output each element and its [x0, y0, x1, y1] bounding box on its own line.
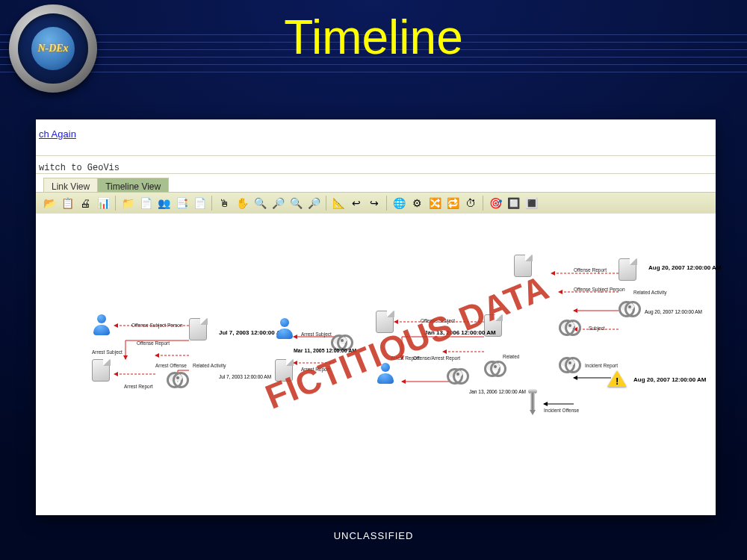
cuffs-icon[interactable] [559, 355, 581, 372]
timestamp: Aug 20, 2007 12:00:00 AM [648, 264, 722, 271]
label-offense-report: Offense Report [574, 267, 607, 273]
cuffs-icon[interactable] [167, 370, 189, 387]
page-icon[interactable]: 📄 [192, 196, 207, 211]
cuffs-icon[interactable] [447, 367, 469, 383]
label-offense-report: Offense Report [137, 340, 170, 346]
grid-icon[interactable]: 🔳 [524, 196, 539, 211]
pin-icon[interactable] [525, 389, 540, 414]
users-icon[interactable]: 👥 [156, 196, 171, 211]
pan-icon[interactable]: ✋ [235, 196, 249, 211]
person-icon[interactable] [275, 318, 294, 340]
doc-icon[interactable] [619, 258, 636, 281]
copy-icon[interactable]: 📑 [174, 196, 189, 211]
relayout-icon[interactable]: 🔀 [427, 196, 442, 211]
doc-icon[interactable] [376, 311, 394, 333]
label-offense-subject: Offense Subject [421, 318, 455, 323]
zoom-out-icon[interactable]: 🔎 [270, 196, 285, 211]
doc-icon[interactable] [92, 359, 110, 382]
timeline-canvas[interactable]: Offense Subject Person Arrest Subject Ar… [36, 214, 716, 515]
doc-icon[interactable] [514, 255, 532, 277]
timer-icon[interactable]: ⏱ [463, 196, 478, 211]
label-arrest-subject: Arrest Subject [92, 349, 123, 355]
zoom-area-icon[interactable]: 🔎 [306, 196, 321, 211]
watermark: FICTITIOUS DATA [260, 267, 555, 417]
timestamp: Jan 13, 2006 12:00:00 AM [424, 329, 496, 336]
label-arrest-offense: Arrest Offense [155, 363, 187, 368]
label-related-activity: Related Activity [193, 363, 226, 368]
slide-title: Timeline [0, 13, 747, 61]
person-icon[interactable] [92, 314, 111, 337]
timestamp: Jan 13, 2006 12:00:00 AM [469, 389, 526, 394]
label-offense-arrest: Offense/Arrest Report [413, 355, 460, 361]
doc-icon[interactable] [189, 318, 207, 340]
layout-icon[interactable]: 📐 [331, 196, 346, 211]
classification-footer: UNCLASSIFIED [0, 530, 747, 541]
app-panel: ch Again witch to GeoVis Link View Timel… [36, 119, 716, 515]
select-icon[interactable]: 🔲 [506, 196, 521, 211]
zoom-in-icon[interactable]: 🔍 [252, 196, 267, 211]
person-icon[interactable] [376, 363, 395, 385]
timestamp: Mar 11, 2005 12:00:00 AM [294, 348, 356, 353]
print-icon[interactable]: 🖨 [78, 196, 93, 211]
warning-icon[interactable]: ! [607, 370, 627, 388]
toolbar: 📂 📋 🖨 📊 📁 📄 👥 📑 📄 🖱 ✋ 🔍 🔎 🔍 🔎 📐 ↩ ↪ 🌐 ⚙ … [36, 192, 716, 214]
label-arrest-report: Arrest Report [124, 384, 153, 389]
gear-icon[interactable]: ⚙ [409, 196, 424, 211]
pointer-icon[interactable]: 🖱 [217, 196, 232, 211]
pdf-icon[interactable]: 📄 [138, 196, 153, 211]
label-arrest-report: Arrest Report [301, 367, 330, 372]
globe-icon[interactable]: 🌐 [391, 196, 406, 211]
label-arrest-subject: Arrest Subject [301, 332, 332, 337]
cuffs-icon[interactable] [559, 318, 581, 335]
target-icon[interactable]: 🎯 [488, 196, 503, 211]
doc-icon[interactable] [275, 359, 293, 382]
clipboard-icon[interactable]: 📋 [60, 196, 75, 211]
label-offense-person: Offense Subject Person [574, 287, 625, 292]
cuffs-icon[interactable] [484, 359, 506, 376]
switch-geovis-link[interactable]: witch to GeoVis [39, 163, 120, 173]
label-incident-offense: Incident Offense [544, 408, 579, 413]
label-arrest-report: Arrest Report [391, 355, 420, 361]
label-incident-report: Incident Report [585, 363, 618, 368]
zoom-fit-icon[interactable]: 🔍 [288, 196, 303, 211]
undo-icon[interactable]: ↩ [349, 196, 364, 211]
redo-icon[interactable]: ↪ [367, 196, 382, 211]
timestamp: Jul 7, 2003 12:00:00 AM [219, 374, 271, 379]
timestamp: Aug 20, 2007 12:00:00 AM [645, 309, 702, 314]
timestamp: Aug 20, 2007 12:00:00 AM [633, 376, 707, 383]
search-again-link[interactable]: ch Again [39, 128, 76, 140]
refresh-icon[interactable]: 🔁 [445, 196, 460, 211]
folder-icon[interactable]: 📁 [120, 196, 135, 211]
label-subject: Subject [589, 326, 605, 331]
export-icon[interactable]: 📊 [96, 196, 111, 211]
label-related: Related [503, 354, 519, 359]
label-related-activity: Related Activity [633, 290, 666, 295]
cuffs-icon[interactable] [331, 333, 353, 349]
open-icon[interactable]: 📂 [42, 196, 57, 211]
cuffs-icon[interactable] [619, 299, 641, 316]
label-offense-subject: Offense Subject Person [131, 323, 183, 328]
